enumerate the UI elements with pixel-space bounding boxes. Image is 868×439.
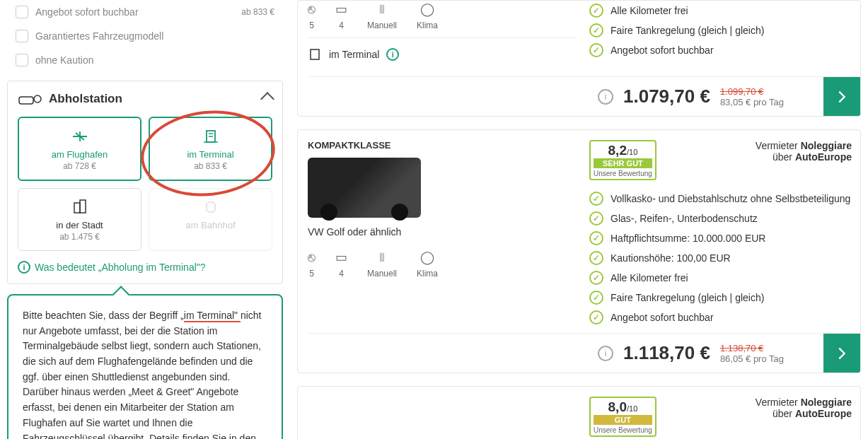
terminal-icon [156,127,265,146]
pickup-tile-city[interactable]: in der Stadt ab 1.475 € [18,188,141,251]
rating-badge: 8,0/10 GUT Unsere Bewertung [589,397,656,437]
pickup-section: Abholstation am Flughafen ab 728 € im Te… [7,81,283,284]
check-icon: ✓ [589,192,603,206]
pickup-location-row: im Terminal i [308,37,577,71]
info-tooltip: Bitte beachten Sie, dass der Begriff „im… [7,294,283,439]
go-to-offer-button[interactable] [823,334,860,373]
svg-rect-4 [80,200,86,213]
seat-icon: ⎋ [308,249,316,266]
airplane-icon [25,127,134,146]
city-icon [24,197,135,217]
check-icon: ✓ [589,251,603,265]
ac-icon: ◯ [417,249,438,266]
price-info-icon[interactable]: i [598,346,613,361]
feature-list: ✓Vollkasko- und Diebstahlschutz ohne Sel… [589,189,852,327]
car-pin-icon [18,91,42,107]
door-icon: ▭ [335,249,347,266]
pickup-tile-train: am Bahnhof [149,188,272,251]
pickup-tile-terminal[interactable]: im Terminal ab 833 € [149,117,272,181]
checkbox-icon [16,54,28,66]
vehicle-image [308,158,421,218]
checkbox-icon [16,30,28,42]
vehicle-category: KOMPAKTKLASSE [308,140,577,151]
vendor-info: Vermieter Noleggiare über AutoEurope [756,397,852,419]
svg-rect-6 [311,49,319,59]
filter-guaranteed-model[interactable]: Garantiertes Fahrzeugmodell [7,24,283,48]
filter-instant-bookable[interactable]: Angebot sofort buchbar ab 833 € [7,0,283,24]
vehicle-name: VW Golf oder ähnlich [308,226,577,238]
pickup-info-link[interactable]: i Was bedeutet „Abholung im Terminal"? [18,261,272,274]
filter-label: Garantiertes Fahrzeugmodell [35,30,163,42]
pickup-tile-airport[interactable]: am Flughafen ab 728 € [18,117,141,181]
door-icon: ▭ [335,1,347,18]
check-icon: ✓ [589,271,603,285]
train-icon [155,197,266,217]
svg-rect-0 [19,97,33,104]
transmission-icon: ⫴ [367,1,397,18]
ac-icon: ◯ [417,1,438,18]
svg-rect-5 [207,202,215,212]
price-info-icon[interactable]: i [598,89,613,105]
info-icon[interactable]: i [386,48,399,61]
check-icon: ✓ [589,23,603,37]
chevron-right-icon [834,346,850,361]
check-icon: ✓ [589,211,603,226]
tooltip-highlight: im Terminal" [184,310,241,322]
check-icon: ✓ [589,231,603,245]
svg-point-1 [34,95,41,103]
vendor-info: Vermieter Noleggiare über AutoEurope [756,140,852,163]
terminal-icon [308,47,322,62]
filter-label: Angebot sofort buchbar [35,6,139,18]
filter-price: ab 833 € [241,7,274,17]
feature-list: ✓Alle Kilometer frei ✓Faire Tankregelung… [589,1,852,60]
go-to-offer-button[interactable] [823,77,860,116]
chevron-right-icon [834,89,850,105]
checkbox-icon [16,6,28,18]
price-main: 1.079,70 € [623,86,710,107]
offer-card: 8,0/10 GUT Unsere Bewertung Vermieter No… [297,386,861,439]
filter-label: ohne Kaution [35,54,94,66]
offer-card: KOMPAKTKLASSE VW Golf oder ähnlich ⎋5 ▭4… [297,129,861,373]
check-icon: ✓ [589,310,603,324]
transmission-icon: ⫴ [367,249,397,266]
check-icon: ✓ [589,4,603,18]
svg-rect-3 [74,203,80,213]
check-icon: ✓ [589,43,603,57]
chevron-up-icon[interactable] [260,92,274,106]
rating-badge: 8,2/10 SEHR GUT Unsere Bewertung [589,140,656,180]
offer-card: ⎋5 ▭4 ⫴Manuell ◯Klima im Terminal i ✓All… [297,0,861,117]
filter-no-deposit[interactable]: ohne Kaution [7,48,283,72]
info-icon: i [18,261,30,274]
check-icon: ✓ [589,291,603,305]
section-title: Abholstation [18,91,122,107]
price-main: 1.118,70 € [623,342,710,364]
seat-icon: ⎋ [308,1,316,18]
